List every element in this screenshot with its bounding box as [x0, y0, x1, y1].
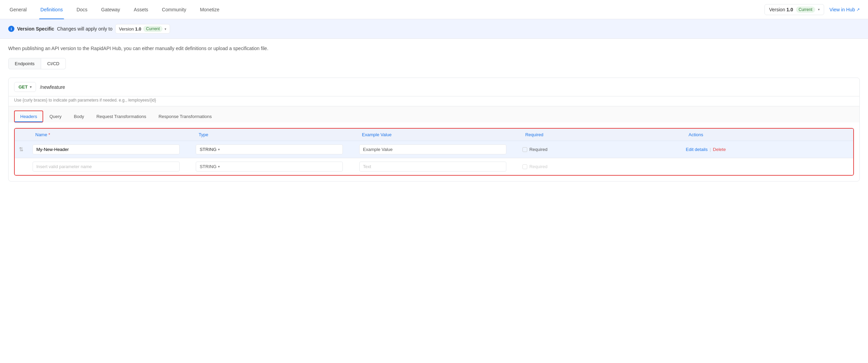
drag-col-header	[19, 132, 33, 137]
description-text: When publishing an API version to the Ra…	[8, 46, 860, 51]
banner-current-badge: Current	[143, 26, 162, 32]
example-input[interactable]	[359, 144, 506, 154]
tab-cicd[interactable]: CI/CD	[41, 58, 66, 69]
name-col-header: Name *	[33, 132, 196, 137]
actions-cell: Edit details | Delete	[686, 147, 849, 152]
method-chevron-icon: ▾	[30, 85, 32, 89]
view-in-hub-button[interactable]: View in Hub ↗	[830, 7, 860, 12]
name-cell	[33, 144, 196, 154]
tab-request-transformations[interactable]: Request Transformations	[90, 110, 152, 122]
nav-definitions[interactable]: Definitions	[39, 0, 64, 19]
empty-required-label: Required	[529, 164, 547, 169]
nav-docs[interactable]: Docs	[75, 0, 89, 19]
required-label: Required	[529, 147, 547, 152]
version-selector[interactable]: Version 1.0 Current ▾	[764, 4, 824, 15]
method-select[interactable]: GET ▾	[14, 82, 36, 92]
type-cell: STRING ▾	[196, 144, 359, 154]
nav-gateway[interactable]: Gateway	[100, 0, 121, 19]
empty-type-select[interactable]: STRING ▾	[196, 162, 343, 172]
nav-items: General Definitions Docs Gateway Assets …	[8, 0, 764, 19]
table-row: ⇅ STRING ▾ Required	[15, 141, 853, 158]
empty-type-chevron-icon: ▾	[218, 165, 220, 168]
empty-example-input[interactable]	[359, 162, 506, 172]
name-required-indicator: *	[48, 132, 50, 137]
drag-handle-icon[interactable]: ⇅	[19, 146, 33, 153]
nav-general[interactable]: General	[8, 0, 28, 19]
version-banner: i Version Specific Changes will apply on…	[0, 19, 868, 39]
tab-group: Endpoints CI/CD	[8, 58, 860, 69]
nav-assets[interactable]: Assets	[132, 0, 149, 19]
external-link-icon: ↗	[856, 7, 860, 12]
version-label: Version 1.0	[769, 7, 793, 12]
empty-example-cell	[359, 162, 522, 172]
empty-type-value: STRING	[200, 164, 216, 169]
banner-chevron-icon: ▾	[165, 27, 166, 31]
path-hint: Use {curly braces} to indicate path para…	[9, 96, 859, 106]
empty-type-cell: STRING ▾	[196, 162, 359, 172]
tab-endpoints[interactable]: Endpoints	[8, 58, 41, 69]
table-header-row: Name * Type Example Value Required Actio…	[15, 129, 853, 141]
required-cell: Required	[522, 147, 686, 152]
current-badge: Current	[796, 7, 815, 13]
type-chevron-icon: ▾	[218, 148, 220, 151]
top-navigation: General Definitions Docs Gateway Assets …	[0, 0, 868, 19]
edit-details-button[interactable]: Edit details	[686, 147, 708, 152]
required-col-header: Required	[522, 132, 686, 137]
empty-name-cell	[33, 162, 196, 172]
headers-table: Name * Type Example Value Required Actio…	[14, 128, 854, 176]
actions-separator: |	[710, 147, 711, 152]
delete-button[interactable]: Delete	[713, 147, 726, 152]
nav-community[interactable]: Community	[160, 0, 188, 19]
type-value: STRING	[200, 147, 216, 152]
banner-bold-text: Version Specific	[17, 26, 54, 32]
nav-right: Version 1.0 Current ▾ View in Hub ↗	[764, 4, 860, 15]
empty-required-cell: Required	[522, 164, 686, 169]
endpoint-row: GET ▾	[9, 78, 859, 96]
banner-text: Changes will apply only to	[57, 26, 112, 32]
info-icon: i	[8, 26, 14, 32]
nav-monetize[interactable]: Monetize	[198, 0, 221, 19]
type-col-header: Type	[196, 132, 359, 137]
example-col-header: Example Value	[359, 132, 522, 137]
tab-body[interactable]: Body	[68, 110, 91, 122]
actions-col-header: Actions	[686, 132, 849, 137]
banner-version-label: Version 1.0	[119, 26, 141, 32]
name-input[interactable]	[33, 144, 180, 154]
empty-table-row: STRING ▾ Required	[15, 158, 853, 175]
tab-headers[interactable]: Headers	[14, 110, 43, 122]
chevron-down-icon: ▾	[818, 8, 820, 11]
path-input[interactable]	[40, 84, 854, 90]
empty-name-input[interactable]	[33, 162, 180, 172]
tab-response-transformations[interactable]: Response Transformations	[152, 110, 218, 122]
tab-query[interactable]: Query	[43, 110, 68, 122]
main-content: When publishing an API version to the Ra…	[0, 39, 868, 188]
endpoint-container: GET ▾ Use {curly braces} to indicate pat…	[8, 78, 860, 182]
empty-required-checkbox[interactable]	[522, 164, 527, 169]
banner-version-selector[interactable]: Version 1.0 Current ▾	[115, 24, 170, 34]
inner-tabs: Headers Query Body Request Transformatio…	[9, 106, 859, 122]
required-checkbox[interactable]	[522, 147, 527, 152]
example-cell	[359, 144, 522, 154]
type-select[interactable]: STRING ▾	[196, 144, 343, 154]
method-label: GET	[19, 84, 28, 90]
